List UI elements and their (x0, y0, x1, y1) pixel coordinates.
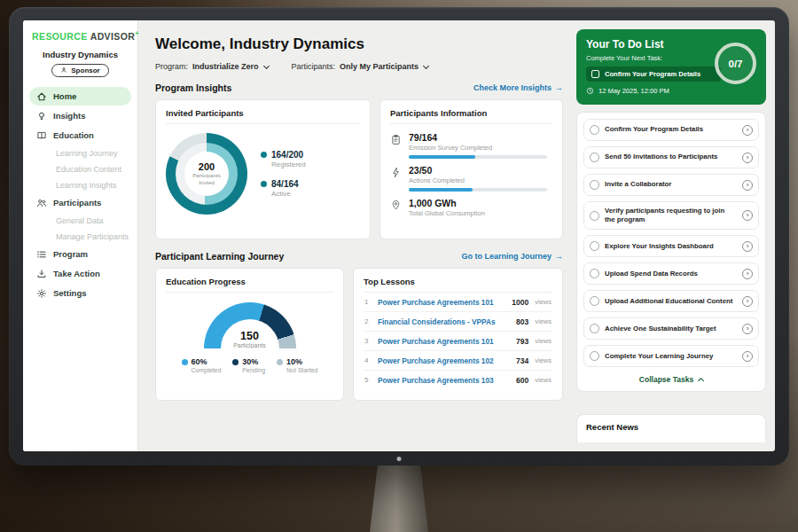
learning-journey-header: Participant Learning Journey Go to Learn… (155, 251, 563, 262)
chevron-up-icon (698, 378, 704, 384)
participants-label: Participants: (292, 62, 336, 71)
sidebar-item-manage-participants[interactable]: Manage Participants (29, 229, 131, 244)
insights-cards-row: Invited Participants 200 Participants In… (155, 99, 563, 239)
section-title: Program Insights (155, 82, 231, 93)
go-to-learning-journey-link[interactable]: Go to Learning Journey → (461, 252, 563, 261)
take-action-icon (36, 269, 47, 279)
sidebar-item-take-action[interactable]: Take Action (29, 264, 131, 283)
sidebar-item-education-content[interactable]: Education Content (29, 161, 131, 176)
invited-donut-chart: 200 Participants Invited (166, 133, 247, 215)
chevron-right-icon[interactable]: › (742, 210, 753, 221)
legend-dot (261, 181, 267, 187)
lesson-link[interactable]: Power Purchase Agreements 101 (378, 298, 505, 307)
sidebar-item-participants[interactable]: Participants (29, 193, 131, 212)
lesson-link[interactable]: Power Purchase Agreements 102 (378, 356, 510, 365)
page-title: Welcome, Industry Dynamics (155, 35, 563, 53)
gauge-center: 150 Participants (204, 330, 296, 348)
legend-item: 164/200 Registered (261, 150, 306, 168)
sidebar-item-insights[interactable]: Insights (29, 106, 131, 125)
sponsor-badge[interactable]: Sponsor (51, 64, 108, 77)
book-icon (36, 130, 47, 141)
todo-panel: Your To Do List Complete Your Next Task:… (575, 20, 775, 451)
radio-circle-icon[interactable] (590, 269, 599, 278)
lesson-row: 1 Power Purchase Agreements 101 1000 vie… (364, 293, 552, 312)
education-gauge-chart: 150 Participants (204, 302, 296, 348)
arrow-right-icon: → (555, 252, 563, 261)
todo-progress-ring: 0/7 (715, 43, 756, 84)
invited-participants-card: Invited Participants 200 Participants In… (155, 99, 371, 239)
top-lessons-card: Top Lessons 1 Power Purchase Agreements … (353, 268, 563, 401)
task-row[interactable]: Complete Your Learning Journey › (583, 345, 759, 367)
participants-dropdown[interactable]: Participants: Only My Participants (292, 62, 429, 71)
task-row[interactable]: Confirm Your Program Details › (583, 119, 759, 141)
task-row[interactable]: Send 50 Invitations to Participants › (583, 146, 759, 168)
participants-value: Only My Participants (340, 62, 419, 71)
chevron-right-icon[interactable]: › (742, 153, 753, 163)
stat-emission-survey: 79/164 Emission Survey Completed (390, 132, 552, 159)
radio-circle-icon[interactable] (590, 351, 599, 361)
next-task-item[interactable]: Confirm Your Program Details (586, 66, 721, 82)
collapse-tasks-button[interactable]: Collapse Tasks (583, 372, 759, 385)
people-icon (36, 198, 47, 208)
legend-dot (261, 152, 267, 158)
sidebar-item-learning-journey[interactable]: Learning Journey (29, 145, 131, 160)
sidebar-item-home[interactable]: Home (29, 87, 131, 106)
sidebar-nav: Home Insights Education Learning Journey… (29, 87, 131, 302)
task-row[interactable]: Invite a Collaborator › (583, 174, 759, 196)
program-dropdown[interactable]: Program: Industrialize Zero (155, 62, 269, 71)
radio-circle-icon[interactable] (590, 324, 599, 333)
chevron-right-icon[interactable]: › (742, 296, 753, 307)
radio-circle-icon[interactable] (590, 125, 599, 135)
lesson-link[interactable]: Financial Considerations - VPPAs (378, 317, 510, 326)
radio-circle-icon[interactable] (590, 296, 599, 306)
radio-circle-icon[interactable] (590, 211, 599, 221)
filter-bar: Program: Industrialize Zero Participants… (155, 62, 563, 71)
check-more-insights-link[interactable]: Check More Insights → (473, 83, 563, 92)
participants-information-card: Participants Information 79/164 Emission… (379, 99, 563, 239)
task-row[interactable]: Achieve One Sustainability Target › (583, 317, 759, 340)
chevron-right-icon[interactable]: › (742, 125, 753, 136)
card-title: Participants Information (390, 108, 552, 124)
lessons-list: 1 Power Purchase Agreements 101 1000 vie… (364, 293, 552, 389)
org-block: Industry Dynamics Sponsor (29, 50, 131, 78)
sidebar: RESOURCE ADVISOR+ Industry Dynamics Spon… (23, 20, 138, 451)
chevron-right-icon[interactable]: › (742, 351, 753, 362)
card-title: Top Lessons (364, 277, 552, 293)
donut-center: 200 Participants Invited (184, 152, 229, 196)
legend-dot (182, 359, 188, 365)
donut-legend: 164/200 Registered 84/164 Active (261, 150, 306, 198)
lightbulb-icon (36, 111, 47, 121)
chevron-down-icon (262, 62, 269, 68)
lesson-row: 5 Power Purchase Agreements 103 600 view… (364, 371, 552, 389)
chevron-right-icon[interactable]: › (742, 269, 753, 279)
checkbox-icon[interactable] (591, 70, 599, 78)
radio-circle-icon[interactable] (590, 241, 599, 251)
legend-item: 84/164 Active (261, 179, 306, 198)
sidebar-item-general-data[interactable]: General Data (29, 213, 131, 228)
lesson-link[interactable]: Power Purchase Agreements 103 (378, 376, 510, 385)
lightning-icon (390, 166, 402, 177)
task-row[interactable]: Upload Additional Educational Content › (583, 290, 759, 312)
clipboard-icon (390, 133, 402, 145)
card-title: Invited Participants (166, 108, 360, 124)
chevron-right-icon[interactable]: › (742, 180, 753, 191)
progress-bar (409, 188, 547, 192)
sidebar-item-education[interactable]: Education (29, 126, 131, 145)
home-icon (36, 91, 47, 102)
sidebar-item-learning-insights[interactable]: Learning Insights (29, 177, 131, 192)
chevron-right-icon[interactable]: › (742, 324, 753, 334)
task-row[interactable]: Upload Spend Data Records › (583, 262, 759, 285)
radio-circle-icon[interactable] (590, 153, 599, 162)
learning-cards-row: Education Progress 150 Participants (155, 268, 563, 401)
radio-circle-icon[interactable] (590, 180, 599, 190)
task-row[interactable]: Explore Your Insights Dashboard › (583, 235, 759, 257)
dashboard-screen: RESOURCE ADVISOR+ Industry Dynamics Spon… (23, 20, 775, 451)
sidebar-item-settings[interactable]: Settings (29, 284, 131, 302)
arrow-right-icon: → (555, 83, 563, 92)
lesson-link[interactable]: Power Purchase Agreements 101 (378, 337, 510, 346)
section-title: Participant Learning Journey (155, 251, 284, 262)
task-row[interactable]: Verify participants requesting to join t… (583, 201, 759, 230)
sidebar-item-program[interactable]: Program (29, 245, 131, 263)
chevron-right-icon[interactable]: › (742, 241, 753, 252)
legend-item: 30% Pending (232, 357, 265, 373)
